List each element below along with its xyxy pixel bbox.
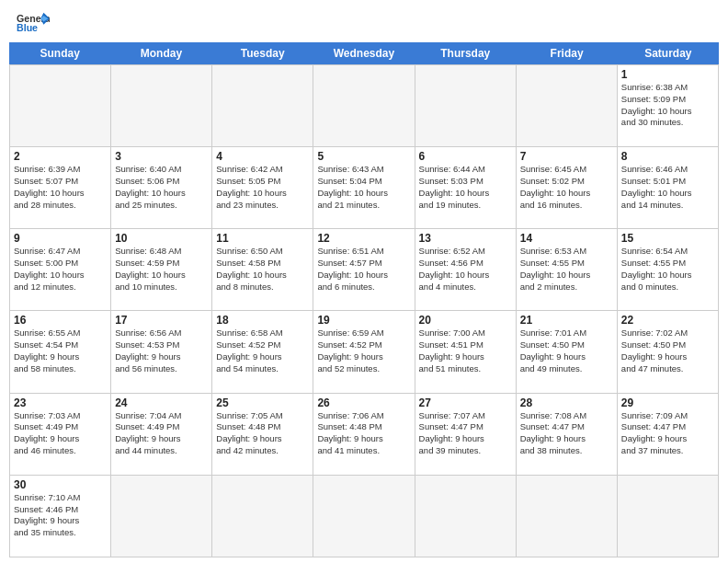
day-cell-27: 27Sunrise: 7:07 AM Sunset: 4:47 PM Dayli…: [415, 394, 517, 476]
day-number: 8: [621, 150, 714, 163]
empty-cell: [111, 476, 212, 557]
calendar: SundayMondayTuesdayWednesdayThursdayFrid…: [0, 42, 728, 563]
calendar-header: SundayMondayTuesdayWednesdayThursdayFrid…: [9, 42, 719, 64]
day-cell-2: 2Sunrise: 6:39 AM Sunset: 5:07 PM Daylig…: [10, 147, 111, 229]
day-number: 28: [520, 396, 613, 409]
empty-cell: [517, 476, 618, 557]
day-number: 2: [14, 150, 107, 163]
day-number: 18: [216, 314, 309, 327]
weekday-header-saturday: Saturday: [618, 42, 719, 64]
day-cell-19: 19Sunrise: 6:59 AM Sunset: 4:52 PM Dayli…: [313, 311, 415, 393]
empty-cell: [415, 476, 517, 557]
sun-info: Sunrise: 6:52 AM Sunset: 4:56 PM Dayligh…: [419, 246, 512, 293]
empty-cell: [212, 476, 313, 557]
sun-info: Sunrise: 6:59 AM Sunset: 4:52 PM Dayligh…: [317, 327, 410, 374]
day-number: 27: [419, 396, 512, 409]
empty-cell: [111, 65, 212, 147]
day-number: 4: [216, 150, 309, 163]
sun-info: Sunrise: 7:10 AM Sunset: 4:46 PM Dayligh…: [14, 492, 107, 539]
day-cell-24: 24Sunrise: 7:04 AM Sunset: 4:49 PM Dayli…: [111, 394, 212, 476]
sun-info: Sunrise: 6:40 AM Sunset: 5:06 PM Dayligh…: [115, 164, 208, 211]
day-number: 22: [621, 314, 714, 327]
day-cell-30: 30Sunrise: 7:10 AM Sunset: 4:46 PM Dayli…: [10, 476, 111, 557]
day-number: 17: [115, 314, 208, 327]
day-cell-20: 20Sunrise: 7:00 AM Sunset: 4:51 PM Dayli…: [415, 311, 517, 393]
sun-info: Sunrise: 6:56 AM Sunset: 4:53 PM Dayligh…: [115, 327, 208, 374]
day-cell-23: 23Sunrise: 7:03 AM Sunset: 4:49 PM Dayli…: [10, 394, 111, 476]
day-cell-15: 15Sunrise: 6:54 AM Sunset: 4:55 PM Dayli…: [618, 229, 719, 311]
sun-info: Sunrise: 6:53 AM Sunset: 4:55 PM Dayligh…: [520, 246, 613, 293]
day-cell-10: 10Sunrise: 6:48 AM Sunset: 4:59 PM Dayli…: [111, 229, 212, 311]
sun-info: Sunrise: 6:55 AM Sunset: 4:54 PM Dayligh…: [14, 327, 107, 374]
day-cell-29: 29Sunrise: 7:09 AM Sunset: 4:47 PM Dayli…: [618, 394, 719, 476]
day-number: 1: [621, 68, 714, 81]
sun-info: Sunrise: 7:04 AM Sunset: 4:49 PM Dayligh…: [115, 410, 208, 457]
day-cell-26: 26Sunrise: 7:06 AM Sunset: 4:48 PM Dayli…: [313, 394, 415, 476]
day-cell-5: 5Sunrise: 6:43 AM Sunset: 5:04 PM Daylig…: [313, 147, 415, 229]
day-cell-25: 25Sunrise: 7:05 AM Sunset: 4:48 PM Dayli…: [212, 394, 313, 476]
day-cell-17: 17Sunrise: 6:56 AM Sunset: 4:53 PM Dayli…: [111, 311, 212, 393]
empty-cell: [212, 65, 313, 147]
sun-info: Sunrise: 6:43 AM Sunset: 5:04 PM Dayligh…: [317, 164, 410, 211]
day-number: 14: [520, 232, 613, 245]
day-number: 16: [14, 314, 107, 327]
day-number: 26: [317, 396, 410, 409]
day-number: 10: [115, 232, 208, 245]
day-number: 23: [14, 396, 107, 409]
empty-cell: [517, 65, 618, 147]
day-cell-28: 28Sunrise: 7:08 AM Sunset: 4:47 PM Dayli…: [517, 394, 618, 476]
sun-info: Sunrise: 6:38 AM Sunset: 5:09 PM Dayligh…: [621, 82, 714, 129]
day-cell-11: 11Sunrise: 6:50 AM Sunset: 4:58 PM Dayli…: [212, 229, 313, 311]
day-cell-12: 12Sunrise: 6:51 AM Sunset: 4:57 PM Dayli…: [313, 229, 415, 311]
day-number: 9: [14, 232, 107, 245]
day-number: 30: [14, 478, 107, 491]
weekday-header-wednesday: Wednesday: [313, 42, 415, 64]
empty-cell: [10, 65, 111, 147]
sun-info: Sunrise: 7:06 AM Sunset: 4:48 PM Dayligh…: [317, 410, 410, 457]
day-number: 21: [520, 314, 613, 327]
sun-info: Sunrise: 6:44 AM Sunset: 5:03 PM Dayligh…: [419, 164, 512, 211]
day-cell-18: 18Sunrise: 6:58 AM Sunset: 4:52 PM Dayli…: [212, 311, 313, 393]
day-cell-14: 14Sunrise: 6:53 AM Sunset: 4:55 PM Dayli…: [517, 229, 618, 311]
sun-info: Sunrise: 7:01 AM Sunset: 4:50 PM Dayligh…: [520, 327, 613, 374]
day-number: 15: [621, 232, 714, 245]
weekday-header-monday: Monday: [110, 42, 211, 64]
day-cell-8: 8Sunrise: 6:46 AM Sunset: 5:01 PM Daylig…: [618, 147, 719, 229]
logo: General Blue: [17, 11, 50, 37]
day-cell-1: 1Sunrise: 6:38 AM Sunset: 5:09 PM Daylig…: [618, 65, 719, 147]
day-number: 3: [115, 150, 208, 163]
day-cell-13: 13Sunrise: 6:52 AM Sunset: 4:56 PM Dayli…: [415, 229, 517, 311]
weekday-header-friday: Friday: [516, 42, 617, 64]
weekday-header-thursday: Thursday: [415, 42, 516, 64]
empty-cell: [618, 476, 719, 557]
day-cell-7: 7Sunrise: 6:45 AM Sunset: 5:02 PM Daylig…: [517, 147, 618, 229]
day-number: 7: [520, 150, 613, 163]
sun-info: Sunrise: 7:03 AM Sunset: 4:49 PM Dayligh…: [14, 410, 107, 457]
day-cell-6: 6Sunrise: 6:44 AM Sunset: 5:03 PM Daylig…: [415, 147, 517, 229]
weekday-header-sunday: Sunday: [9, 42, 110, 64]
empty-cell: [313, 476, 415, 557]
day-number: 24: [115, 396, 208, 409]
day-cell-16: 16Sunrise: 6:55 AM Sunset: 4:54 PM Dayli…: [10, 311, 111, 393]
day-number: 29: [621, 396, 714, 409]
day-cell-4: 4Sunrise: 6:42 AM Sunset: 5:05 PM Daylig…: [212, 147, 313, 229]
sun-info: Sunrise: 6:39 AM Sunset: 5:07 PM Dayligh…: [14, 164, 107, 211]
sun-info: Sunrise: 6:45 AM Sunset: 5:02 PM Dayligh…: [520, 164, 613, 211]
empty-cell: [313, 65, 415, 147]
day-number: 20: [419, 314, 512, 327]
empty-cell: [415, 65, 517, 147]
sun-info: Sunrise: 6:58 AM Sunset: 4:52 PM Dayligh…: [216, 327, 309, 374]
day-cell-22: 22Sunrise: 7:02 AM Sunset: 4:50 PM Dayli…: [618, 311, 719, 393]
sun-info: Sunrise: 6:42 AM Sunset: 5:05 PM Dayligh…: [216, 164, 309, 211]
sun-info: Sunrise: 6:46 AM Sunset: 5:01 PM Dayligh…: [621, 164, 714, 211]
sun-info: Sunrise: 7:09 AM Sunset: 4:47 PM Dayligh…: [621, 410, 714, 457]
sun-info: Sunrise: 7:02 AM Sunset: 4:50 PM Dayligh…: [621, 327, 714, 374]
day-cell-21: 21Sunrise: 7:01 AM Sunset: 4:50 PM Dayli…: [517, 311, 618, 393]
day-number: 13: [419, 232, 512, 245]
day-cell-3: 3Sunrise: 6:40 AM Sunset: 5:06 PM Daylig…: [111, 147, 212, 229]
sun-info: Sunrise: 7:05 AM Sunset: 4:48 PM Dayligh…: [216, 410, 309, 457]
sun-info: Sunrise: 6:51 AM Sunset: 4:57 PM Dayligh…: [317, 246, 410, 293]
sun-info: Sunrise: 6:47 AM Sunset: 5:00 PM Dayligh…: [14, 246, 107, 293]
weekday-header-tuesday: Tuesday: [212, 42, 313, 64]
sun-info: Sunrise: 6:50 AM Sunset: 4:58 PM Dayligh…: [216, 246, 309, 293]
